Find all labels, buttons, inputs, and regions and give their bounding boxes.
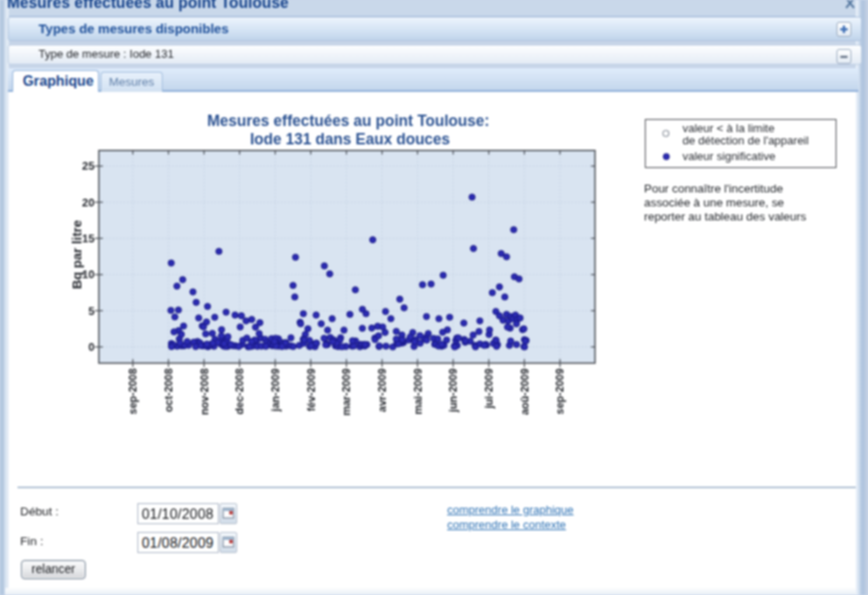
svg-text:avr-2009: avr-2009 [376, 368, 388, 412]
svg-text:Bq par litre: Bq par litre [70, 220, 84, 289]
svg-text:mar-2009: mar-2009 [340, 368, 353, 416]
svg-text:20: 20 [82, 196, 94, 209]
svg-text:jun-2009: jun-2009 [447, 368, 459, 413]
svg-text:dec-2008: dec-2008 [234, 368, 246, 415]
svg-text:oct-2008: oct-2008 [163, 368, 175, 412]
svg-text:sep-2008: sep-2008 [127, 368, 139, 415]
svg-text:jui-2009: jui-2009 [483, 368, 495, 410]
svg-text:5: 5 [88, 304, 94, 318]
svg-text:aoû-2009: aoû-2009 [519, 368, 531, 415]
svg-text:25: 25 [82, 159, 94, 172]
svg-text:mai-2009: mai-2009 [412, 368, 424, 415]
svg-text:nov-2008: nov-2008 [199, 368, 211, 415]
svg-text:Mesures effectuées au point To: Mesures effectuées au point Toulouse: [207, 112, 490, 130]
svg-text:0: 0 [88, 340, 94, 354]
svg-text:Iode 131 dans Eaux douces: Iode 131 dans Eaux douces [250, 130, 451, 148]
svg-text:sep-2009: sep-2009 [554, 368, 566, 415]
svg-text:jan-2009: jan-2009 [270, 368, 282, 412]
svg-text:fév-2009: fév-2009 [305, 368, 318, 411]
